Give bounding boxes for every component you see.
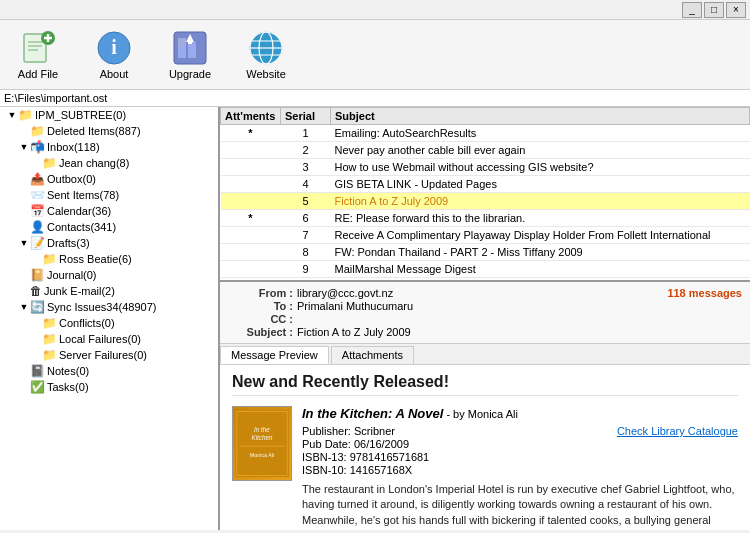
email-list-container[interactable]: Att'ments Serial Subject *1Emailing: Aut… — [220, 107, 750, 282]
svg-rect-15 — [188, 38, 192, 44]
tree-item-label: Inbox(118) — [47, 141, 100, 153]
tree-item-tasks[interactable]: ✅ Tasks(0) — [0, 379, 218, 395]
table-row[interactable]: 3How to use Webmail without accessing GI… — [221, 159, 750, 176]
cell-serial: 6 — [281, 210, 331, 227]
to-value: Primalani Muthucumaru — [297, 300, 413, 312]
folder-icon: 📁 — [18, 108, 33, 122]
pubdate-row: Pub Date: 06/16/2009 — [302, 438, 738, 450]
table-row[interactable]: 9MailMarshal Message Digest — [221, 261, 750, 278]
cell-subject: GIS BETA LINK - Updated Pages — [331, 176, 750, 193]
col-attachments: Att'ments — [221, 108, 281, 125]
drafts-icon: 📝 — [30, 236, 45, 250]
tree-item-jean[interactable]: 📁 Jean chang(8) — [0, 155, 218, 171]
file-path: E:\Files\important.ost — [4, 92, 107, 104]
website-label: Website — [246, 68, 286, 80]
tree-item-calendar[interactable]: 📅 Calendar(36) — [0, 203, 218, 219]
add-file-button[interactable]: Add File — [8, 30, 68, 80]
tree-item-label: Ross Beatie(6) — [59, 253, 132, 265]
table-row[interactable]: *1Emailing: AutoSearchResults — [221, 125, 750, 142]
table-row[interactable]: 8FW: Pondan Thailand - PART 2 - Miss Tif… — [221, 244, 750, 261]
cell-attm — [221, 244, 281, 261]
cell-serial: 2 — [281, 142, 331, 159]
tree-item-conflicts[interactable]: 📁 Conflicts(0) — [0, 315, 218, 331]
cell-attm — [221, 176, 281, 193]
journal-icon: 📔 — [30, 268, 45, 282]
minimize-button[interactable]: _ — [682, 2, 702, 18]
add-file-icon — [20, 30, 56, 66]
tree-item-junk[interactable]: 🗑 Junk E-mail(2) — [0, 283, 218, 299]
message-count: 118 messages — [667, 287, 742, 299]
tree-item-label: Server Failures(0) — [59, 349, 147, 361]
isbn13-row: ISBN-13: 9781416571681 — [302, 451, 738, 463]
tab-message-preview[interactable]: Message Preview — [220, 346, 329, 364]
svg-text:Kitchen: Kitchen — [251, 434, 273, 441]
tree-item-sync[interactable]: ▼ 🔄 Sync Issues34(48907) — [0, 299, 218, 315]
website-button[interactable]: Website — [236, 30, 296, 80]
subject-value: Fiction A to Z July 2009 — [297, 326, 411, 338]
tree-item-server-failures[interactable]: 📁 Server Failures(0) — [0, 347, 218, 363]
tree-item-deleted[interactable]: 📁 Deleted Items(887) — [0, 123, 218, 139]
tree-item-label: Sent Items(78) — [47, 189, 119, 201]
cell-attm — [221, 142, 281, 159]
tab-message-preview-label: Message Preview — [231, 349, 318, 361]
cell-subject: Emailing: AutoSearchResults — [331, 125, 750, 142]
cell-attm — [221, 193, 281, 210]
svg-rect-22 — [235, 410, 289, 478]
tree-item-label: Calendar(36) — [47, 205, 111, 217]
close-button[interactable]: × — [726, 2, 746, 18]
table-row[interactable]: 7Receive A Complimentary Playaway Displa… — [221, 227, 750, 244]
cc-row: CC : — [228, 313, 742, 325]
about-button[interactable]: i About — [84, 30, 144, 80]
path-bar: E:\Files\important.ost — [0, 90, 750, 107]
book-description: The restaurant in London's Imperial Hote… — [302, 482, 738, 530]
cell-serial: 9 — [281, 261, 331, 278]
folder-tree[interactable]: ▼ 📁 IPM_SUBTREE(0) 📁 Deleted Items(887) … — [0, 107, 220, 530]
toggle-icon[interactable]: ▼ — [18, 238, 30, 248]
tree-item-ross[interactable]: 📁 Ross Beatie(6) — [0, 251, 218, 267]
tree-item-sent[interactable]: 📨 Sent Items(78) — [0, 187, 218, 203]
subject-row: Subject : Fiction A to Z July 2009 — [228, 326, 742, 338]
tree-item-contacts[interactable]: 👤 Contacts(341) — [0, 219, 218, 235]
toggle-icon[interactable]: ▼ — [6, 110, 18, 120]
table-row[interactable]: 4GIS BETA LINK - Updated Pages — [221, 176, 750, 193]
tree-item-notes[interactable]: 📓 Notes(0) — [0, 363, 218, 379]
notes-icon: 📓 — [30, 364, 45, 378]
tree-item-drafts[interactable]: ▼ 📝 Drafts(3) — [0, 235, 218, 251]
email-table: Att'ments Serial Subject *1Emailing: Aut… — [220, 107, 750, 278]
sent-icon: 📨 — [30, 188, 45, 202]
publisher-label: Publisher: — [302, 425, 351, 437]
calendar-icon: 📅 — [30, 204, 45, 218]
tree-item-label: Tasks(0) — [47, 381, 89, 393]
tree-item-inbox[interactable]: ▼ 📬 Inbox(118) — [0, 139, 218, 155]
cell-serial: 8 — [281, 244, 331, 261]
tree-item-label: Notes(0) — [47, 365, 89, 377]
to-row: To : Primalani Muthucumaru — [228, 300, 742, 312]
cc-label: CC : — [228, 313, 293, 325]
upgrade-button[interactable]: Upgrade — [160, 30, 220, 80]
inbox-icon: 📬 — [30, 140, 45, 154]
tree-item-journal[interactable]: 📔 Journal(0) — [0, 267, 218, 283]
about-label: About — [100, 68, 129, 80]
maximize-button[interactable]: □ — [704, 2, 724, 18]
table-row[interactable]: 2Never pay another cable bill ever again — [221, 142, 750, 159]
toggle-icon[interactable]: ▼ — [18, 302, 30, 312]
table-row[interactable]: 5Fiction A to Z July 2009 — [221, 193, 750, 210]
publisher-value: Scribner — [354, 425, 395, 437]
website-icon — [248, 30, 284, 66]
tab-attachments[interactable]: Attachments — [331, 346, 414, 364]
to-label: To : — [228, 300, 293, 312]
tree-item-label: Jean chang(8) — [59, 157, 129, 169]
tree-item-root[interactable]: ▼ 📁 IPM_SUBTREE(0) — [0, 107, 218, 123]
svg-rect-11 — [178, 46, 186, 58]
toggle-icon[interactable]: ▼ — [18, 142, 30, 152]
tree-item-outbox[interactable]: 📤 Outbox(0) — [0, 171, 218, 187]
cell-attm: * — [221, 210, 281, 227]
tree-item-local-failures[interactable]: 📁 Local Failures(0) — [0, 331, 218, 347]
book-details: Publisher: Scribner Check Library Catalo… — [302, 425, 738, 476]
tree-item-label: Sync Issues34(48907) — [47, 301, 156, 313]
svg-text:i: i — [111, 36, 117, 58]
folder-icon: 📁 — [42, 156, 57, 170]
preview-area[interactable]: New and Recently Released! In the Kitche… — [220, 365, 750, 530]
table-row[interactable]: *6RE: Please forward this to the librari… — [221, 210, 750, 227]
check-library-link[interactable]: Check Library Catalogue — [617, 425, 738, 437]
